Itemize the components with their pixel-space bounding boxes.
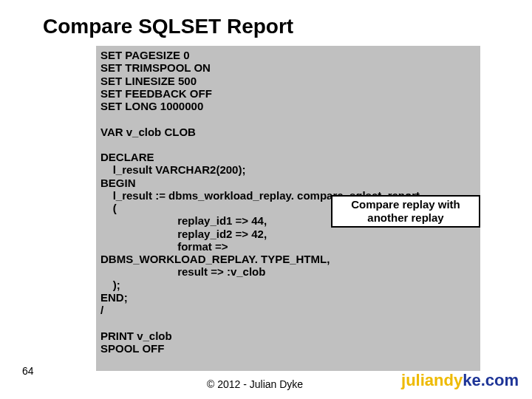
footer-brand: juliandyke.com xyxy=(401,371,519,390)
page-number: 64 xyxy=(22,365,34,377)
slide-title: Compare SQLSET Report xyxy=(43,15,293,38)
annotation-callout: Compare replay with another replay xyxy=(331,195,480,228)
brand-part-a: juliandy xyxy=(401,371,463,389)
copyright-text: © 2012 - Julian Dyke xyxy=(207,378,303,390)
brand-part-b: ke.com xyxy=(463,371,519,389)
